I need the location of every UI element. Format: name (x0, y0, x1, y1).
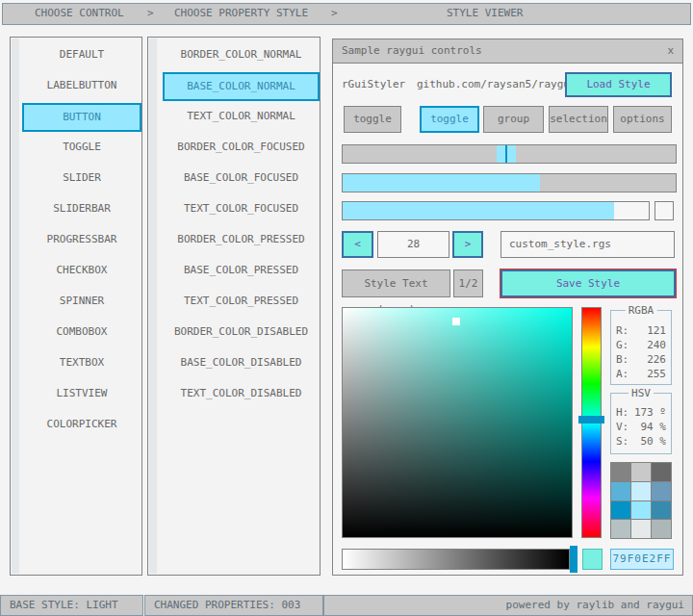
colorpicker-sv-square[interactable] (342, 307, 573, 538)
chevron-right-icon: > (331, 4, 338, 23)
hsv-row-h: H: 173 º (611, 405, 671, 420)
property-item-border-focused[interactable]: BORDER_COLOR_FOCUSED (163, 134, 320, 163)
sliderbar-fill (343, 174, 540, 192)
control-item-button[interactable]: BUTTON (22, 103, 141, 132)
swatch-border-normal[interactable] (611, 463, 630, 481)
control-item-colorpicker[interactable]: COLORPICKER (22, 411, 141, 440)
swatch-text-normal[interactable] (652, 463, 671, 481)
statusbar-powered-by: powered by raylib and raygui (323, 595, 693, 616)
hsv-groupbox: HSV H: 173 º V: 94 % S: 50 % (610, 393, 672, 454)
rguistyler-app: CHOOSE CONTROL > CHOOSE PROPERTY STYLE >… (0, 0, 693, 616)
swatch-text-focused[interactable] (652, 482, 671, 500)
spinner-decrement-button[interactable]: < (342, 231, 373, 258)
rgba-b-label: B: (616, 352, 629, 367)
swatch-border-pressed[interactable] (611, 501, 630, 520)
hsv-h-value: 173 º (634, 405, 666, 420)
controls-listview: DEFAULT LABELBUTTON BUTTON TOGGLE SLIDER… (10, 37, 142, 576)
toggle-group-options[interactable]: options (613, 106, 672, 133)
style-text-button[interactable]: Style Text (.rgs) (342, 270, 450, 297)
swatch-border-disabled[interactable] (611, 520, 630, 538)
load-style-button[interactable]: Load Style (565, 72, 672, 97)
value-gradient-handle[interactable] (570, 546, 578, 573)
window-titlebar[interactable]: Sample raygui controls x (333, 39, 682, 64)
control-item-listview[interactable]: LISTVIEW (22, 380, 141, 409)
statusbar-changed-properties: CHANGED PROPERTIES: 003 (144, 595, 323, 616)
property-item-text-focused[interactable]: TEXT_COLOR_FOCUSED (163, 195, 320, 224)
page-indicator-button[interactable]: 1/2 (453, 270, 483, 297)
property-item-border-normal[interactable]: BORDER_COLOR_NORMAL (163, 41, 320, 70)
control-item-combobox[interactable]: COMBOBOX (22, 319, 141, 347)
control-item-sliderbar[interactable]: SLIDERBAR (22, 195, 141, 224)
save-style-button[interactable]: Save Style (500, 270, 676, 297)
filename-input[interactable]: custom_style.rgs (500, 231, 675, 258)
window-title: Sample raygui controls (342, 44, 482, 57)
save-style-focus-ring: Save Style (500, 269, 677, 298)
rgba-groupbox: RGBA R: 121 G: 240 B: 226 A: 255 (610, 310, 672, 385)
spinner-value[interactable]: 28 (377, 231, 449, 258)
properties-list-scrollbar[interactable] (149, 38, 157, 574)
hsv-row-v: V: 94 % (611, 420, 671, 434)
toggle-group-toggle[interactable]: toggle (420, 106, 479, 133)
checkbox[interactable] (654, 201, 674, 220)
repo-link[interactable]: github.com/raysan5/raygui (417, 78, 577, 90)
hsv-v-value: 94 % (641, 420, 667, 434)
control-item-textbox[interactable]: TEXTBOX (22, 349, 141, 378)
colorpicker-selector[interactable] (452, 318, 460, 325)
property-item-base-normal[interactable]: BASE_COLOR_NORMAL (163, 72, 320, 101)
control-item-labelbutton[interactable]: LABELBUTTON (22, 72, 141, 101)
current-color-swatch (582, 549, 603, 570)
chevron-right-icon: > (147, 4, 154, 23)
rgba-a-value: 255 (647, 367, 666, 381)
style-swatch-grid (610, 462, 672, 539)
rgba-r-value: 121 (647, 323, 666, 338)
swatch-text-disabled[interactable] (652, 520, 671, 538)
hex-color-input[interactable]: 79F0E2FF (610, 549, 674, 570)
property-item-border-pressed[interactable]: BORDER_COLOR_PRESSED (163, 226, 320, 255)
breadcrumb-choose-property-style: CHOOSE PROPERTY STYLE (174, 4, 308, 23)
close-icon[interactable]: x (667, 39, 674, 62)
swatch-base-focused[interactable] (631, 482, 651, 500)
swatch-border-focused[interactable] (611, 482, 630, 500)
app-name-label: rGuiStyler (342, 78, 405, 90)
rgba-a-label: A: (616, 367, 629, 381)
hsv-s-value: 50 % (641, 434, 667, 449)
toggle-group-group[interactable]: group (483, 106, 544, 133)
control-item-default[interactable]: DEFAULT (22, 41, 141, 70)
control-item-checkbox[interactable]: CHECKBOX (22, 257, 141, 286)
rgba-row-a: A: 255 (611, 367, 671, 381)
toggle-group-selection[interactable]: selection (549, 106, 608, 133)
property-item-base-disabled[interactable]: BASE_COLOR_DISABLED (163, 349, 320, 378)
swatch-base-normal[interactable] (631, 463, 651, 481)
control-item-spinner[interactable]: SPINNER (22, 288, 141, 317)
properties-listview: BORDER_COLOR_NORMAL BASE_COLOR_NORMAL TE… (147, 37, 321, 576)
swatch-base-pressed[interactable] (631, 501, 651, 520)
swatch-text-pressed[interactable] (652, 501, 671, 520)
control-item-progressbar[interactable]: PROGRESSBAR (22, 226, 141, 255)
slider[interactable] (342, 144, 677, 164)
control-item-toggle[interactable]: TOGGLE (22, 134, 141, 163)
property-item-base-focused[interactable]: BASE_COLOR_FOCUSED (163, 165, 320, 193)
controls-list-scrollbar[interactable] (12, 38, 19, 574)
property-item-base-pressed[interactable]: BASE_COLOR_PRESSED (163, 257, 320, 286)
hue-slider-handle[interactable] (578, 416, 604, 424)
sliderbar[interactable] (342, 173, 677, 192)
rgba-g-label: G: (616, 338, 629, 352)
toggle-single[interactable]: toggle (344, 106, 401, 133)
hsv-row-s: S: 50 % (611, 434, 671, 449)
statusbar-base-style: BASE STYLE: LIGHT (0, 595, 143, 616)
breadcrumb: CHOOSE CONTROL > CHOOSE PROPERTY STYLE >… (2, 3, 691, 25)
hsv-group-title: HSV (629, 387, 654, 399)
spinner-increment-button[interactable]: > (452, 231, 483, 258)
property-item-border-disabled[interactable]: BORDER_COLOR_DISABLED (163, 319, 320, 347)
swatch-base-disabled[interactable] (631, 520, 651, 538)
slider-handle-line (505, 145, 507, 163)
rgba-r-label: R: (616, 323, 629, 338)
slider-handle[interactable] (497, 145, 516, 163)
hsv-h-label: H: (616, 405, 629, 420)
property-item-text-normal[interactable]: TEXT_COLOR_NORMAL (163, 103, 320, 132)
value-gradient-slider[interactable] (342, 549, 570, 570)
property-item-text-disabled[interactable]: TEXT_COLOR_DISABLED (163, 380, 320, 409)
property-item-text-pressed[interactable]: TEXT_COLOR_PRESSED (163, 288, 320, 317)
hsv-s-label: S: (616, 434, 629, 449)
control-item-slider[interactable]: SLIDER (22, 165, 141, 193)
